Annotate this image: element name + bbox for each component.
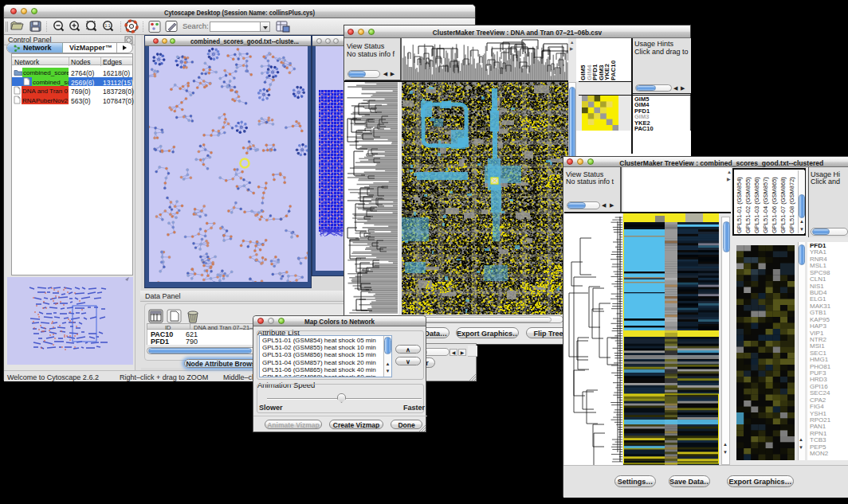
svg-text:GPL51-02 (GSM855): GPL51-02 (GSM855) xyxy=(744,177,752,233)
svg-text:GPL51-07 (GSM868): GPL51-07 (GSM868) xyxy=(779,177,787,233)
svg-text:GPL51-01 (GSM854): GPL51-01 (GSM854) xyxy=(736,177,743,233)
svg-text:1:1: 1:1 xyxy=(105,23,111,28)
svg-text:GPL51-06 (GSM865): GPL51-06 (GSM865) xyxy=(771,177,778,233)
svg-text:PAC10: PAC10 xyxy=(610,60,617,80)
svg-text:GPL51-03 (GSM856): GPL51-03 (GSM856) xyxy=(753,177,760,233)
svg-text:Search:: Search: xyxy=(183,21,209,30)
svg-text:GPL51-08 (GSM872): GPL51-08 (GSM872) xyxy=(788,177,795,233)
svg-text:GPL51-04 (GSM857): GPL51-04 (GSM857) xyxy=(762,177,769,233)
